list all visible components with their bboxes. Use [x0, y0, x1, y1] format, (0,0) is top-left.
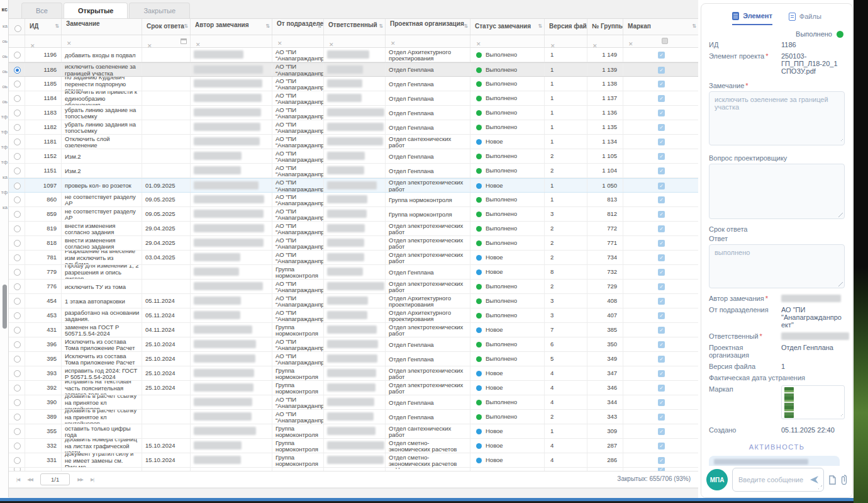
table-row[interactable]: 396 Исключить из состава Тома приложение… [9, 337, 698, 352]
table-row[interactable]: 1181 Отключить слой озеленение АО "ПИ "А… [9, 135, 698, 149]
table-row[interactable]: 332 добавить номера страниц на листах гр… [9, 439, 698, 453]
row-radio[interactable] [14, 52, 21, 59]
header-due[interactable]: Срок ответа⇅ [142, 19, 191, 35]
table-row[interactable]: 331 документ утратил силу и не имеет зам… [9, 453, 698, 468]
markup-checkbox[interactable] [658, 327, 665, 334]
next-page-button[interactable]: ▶▶ [77, 477, 83, 482]
table-row[interactable]: 776 исключить ТУ из тома АО "ПИ "Анапагр… [9, 280, 698, 294]
markup-checkbox[interactable] [658, 183, 665, 189]
row-radio[interactable] [14, 370, 21, 377]
filter-clear-responsible[interactable]: ✕ [324, 35, 386, 47]
row-radio[interactable] [14, 443, 21, 449]
filter-clear-remark[interactable]: ✕ [62, 35, 142, 47]
prev-page-button[interactable]: ◀◀ [27, 477, 33, 482]
row-radio[interactable] [14, 468, 21, 471]
tab-open[interactable]: Открытые [64, 3, 128, 18]
markup-checkbox[interactable] [658, 153, 665, 160]
table-row[interactable]: 395 Исключить из состава Тома приложение… [9, 352, 698, 366]
markup-checkbox[interactable] [658, 443, 665, 449]
header-version[interactable]: Версия файла [545, 19, 587, 35]
question-textarea[interactable] [709, 164, 845, 219]
markup-checkbox[interactable] [658, 211, 665, 218]
row-radio[interactable] [14, 385, 21, 392]
tab-element[interactable]: Элемент [732, 11, 772, 25]
markup-checkbox[interactable] [658, 95, 665, 102]
table-row[interactable]: 860 не соответствует разделу АР 09.05.20… [9, 193, 698, 207]
row-radio[interactable] [14, 298, 21, 305]
calendar-icon[interactable] [181, 38, 187, 44]
markup-checkbox[interactable] [658, 240, 665, 247]
first-page-button[interactable]: |◀ [16, 477, 19, 482]
last-page-button[interactable]: ▶| [91, 477, 94, 482]
row-radio[interactable] [14, 428, 21, 435]
markup-checkbox[interactable] [658, 468, 665, 471]
filter-clear-group[interactable]: ✕ [587, 35, 623, 47]
row-radio[interactable] [14, 312, 21, 319]
table-row[interactable]: 1185 по заданию Кудревич перенести подпо… [9, 77, 698, 91]
table-row[interactable]: 392 исправить на Текстовая часть пояснит… [9, 381, 698, 395]
checkbox-filter-icon[interactable] [662, 38, 668, 44]
markup-checkbox[interactable] [658, 225, 665, 232]
row-radio[interactable] [14, 457, 21, 464]
tab-closed[interactable]: Закрытые [129, 3, 190, 18]
table-row[interactable]: 1151 Изм.2 АО "ПИ "Анапагражданпроект" О… [9, 164, 698, 178]
sort-icon[interactable]: ⇅ [184, 23, 188, 29]
row-radio[interactable] [14, 327, 21, 334]
field-value-element[interactable]: 250103-ГП_ПП_Л18-20_1 СПОЗУ.pdf [781, 52, 845, 75]
table-row[interactable]: 818 внести изменения согласно задания 29… [9, 236, 698, 251]
filter-clear-organization[interactable]: ✕ [386, 35, 470, 47]
row-radio[interactable] [14, 341, 21, 348]
markup-checkbox[interactable] [658, 110, 665, 116]
markup-checkbox[interactable] [658, 399, 665, 406]
header-remark[interactable]: Замечание [62, 19, 142, 35]
markup-checkbox[interactable] [658, 312, 665, 319]
markup-checkbox[interactable] [658, 283, 665, 290]
answer-textarea[interactable]: выполнено [709, 244, 845, 288]
markup-checkbox[interactable] [658, 457, 665, 464]
tab-all[interactable]: Все [21, 3, 62, 18]
header-id[interactable]: ИД⇅ [25, 19, 62, 35]
table-row[interactable]: 390 добавить в расчет ссылку на принятое… [9, 395, 698, 410]
markup-checkbox[interactable] [658, 81, 665, 88]
table-row[interactable]: 389 добавить в расчет ссылку на принятое… [9, 410, 698, 424]
markup-checkbox[interactable] [658, 167, 665, 174]
filter-clear-status[interactable]: ✕ [470, 35, 545, 47]
filter-clear-markup[interactable]: ✕ [623, 35, 698, 47]
table-row[interactable]: 779 Прошу для изменений 1, 2 разрешения … [9, 265, 698, 280]
row-radio[interactable] [14, 399, 21, 406]
header-group[interactable]: № Группы [587, 19, 623, 35]
filter-clear-department[interactable]: ✕ [272, 35, 324, 47]
markup-checkbox[interactable] [658, 428, 665, 435]
markup-checkbox[interactable] [658, 370, 665, 377]
sort-icon[interactable]: ⇅ [379, 23, 383, 29]
markup-checkbox[interactable] [658, 298, 665, 305]
table-row[interactable]: 1184 исключить или привести к единообраз… [9, 91, 698, 106]
message-input[interactable]: Введите сообщение [732, 468, 824, 492]
sort-icon[interactable]: ⇅ [55, 23, 59, 29]
row-radio[interactable] [14, 356, 21, 363]
row-radio[interactable] [14, 81, 21, 88]
header-markup[interactable]: Маркап⇅ [623, 19, 698, 35]
table-row[interactable]: 1183 убрать линию задание на топосъемку … [9, 106, 698, 120]
filter-clear-due[interactable]: ✕ [142, 35, 191, 47]
tab-files[interactable]: Файлы [789, 11, 821, 25]
header-department[interactable]: От подразделения⇅ [272, 19, 324, 35]
sort-icon[interactable]: ⇅ [464, 23, 468, 29]
row-radio[interactable] [14, 211, 21, 218]
row-radio[interactable] [14, 124, 21, 131]
sort-icon[interactable]: ⇅ [265, 23, 270, 29]
row-radio[interactable] [14, 110, 21, 116]
markup-checkbox[interactable] [658, 52, 665, 59]
row-radio[interactable] [14, 67, 21, 74]
markup-checkbox[interactable] [658, 269, 665, 276]
send-icon[interactable] [810, 475, 820, 484]
paperclip-icon[interactable] [841, 475, 847, 485]
table-row[interactable]: 1186 исключить озеленение за границей уч… [9, 62, 698, 77]
row-radio[interactable] [14, 196, 21, 203]
table-row[interactable]: 859 не соответствует разделу АР 09.05.20… [9, 207, 698, 222]
row-radio[interactable] [14, 414, 21, 421]
header-organization[interactable]: Проектная организация⇅ [386, 19, 470, 35]
row-radio[interactable] [14, 283, 21, 290]
sort-icon[interactable]: ⇅ [692, 23, 696, 29]
table-row[interactable]: 431 заменен на ГОСТ Р 50571.5.54-2024 04… [9, 323, 698, 337]
